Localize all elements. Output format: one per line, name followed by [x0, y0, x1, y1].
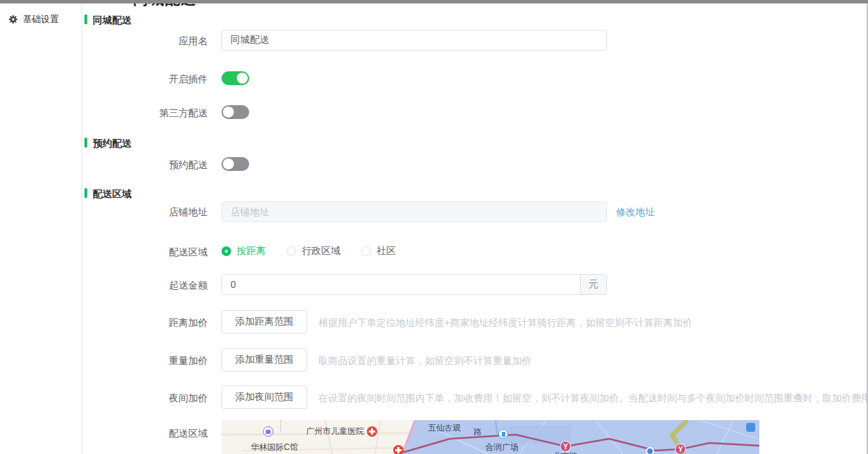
radio-community[interactable]: 社区 [361, 245, 396, 257]
app-name-label: 应用名 [104, 35, 208, 48]
map-dashed-road [280, 420, 281, 432]
add-distance-range-button[interactable]: 添加距离范围 [221, 310, 307, 334]
radio-label: 社区 [377, 245, 396, 257]
plugin-label: 开启插件 [104, 73, 208, 86]
add-night-range-button[interactable]: 添加夜间范围 [221, 385, 307, 409]
distance-fee-hint: 根据用户下单定位地址经纬度+商家地址经纬度计算骑行距离，如留空则不计算距离加价 [318, 317, 867, 329]
map-road-label: 北京路 [553, 451, 578, 454]
radio-label: 行政区域 [302, 245, 341, 257]
toggle-knob [223, 107, 234, 118]
sidebar-item-basic-settings[interactable]: 基础设置 [0, 3, 81, 26]
modify-address-link[interactable]: 修改地址 [616, 206, 655, 219]
area-type-label: 配送区域 [104, 246, 208, 259]
radio-admin-region[interactable]: 行政区域 [287, 245, 341, 257]
page-title-clip: 同城配送 [133, 3, 230, 6]
settings-page: 同城配送 基础设置 同城配送 应用名 开启插件 第三方配送 预约配送 预约配送 … [0, 0, 868, 454]
plaza-poi-icon [498, 429, 508, 439]
weight-fee-hint: 取商品设置的重量计算，如留空则不计算重量加价 [318, 355, 867, 367]
address-label: 店铺地址 [104, 206, 208, 219]
toggle-knob [237, 73, 248, 84]
poi-dot-icon [646, 447, 654, 454]
night-fee-label: 夜间加价 [104, 392, 208, 405]
map-poi-label: 合润广场 [485, 442, 518, 453]
section-title-delivery-area: 配送区域 [93, 188, 132, 201]
metro-station-icon: Y [675, 444, 686, 454]
poi-square-icon [746, 423, 755, 432]
reserve-toggle[interactable] [221, 157, 249, 171]
map-poi-label: 五仙古观 [428, 422, 461, 434]
radio-dot-icon [221, 246, 231, 256]
add-weight-range-button[interactable]: 添加重量范围 [221, 348, 307, 372]
distance-fee-label: 距离加价 [104, 317, 208, 329]
section-title-reserve-delivery: 预约配送 [93, 138, 132, 150]
sidebar-item-label: 基础设置 [23, 13, 59, 26]
weight-fee-label: 重量加价 [104, 355, 208, 367]
section-accent-bar [84, 188, 87, 198]
page-title: 同城配送 [133, 3, 230, 6]
map-area-label: 配送区域 [104, 428, 208, 440]
min-amount-group: 元 [221, 274, 607, 295]
mall-poi-icon [263, 426, 273, 437]
radio-dot-icon [361, 246, 371, 256]
reserve-label: 预约配送 [104, 159, 208, 172]
plugin-toggle[interactable] [221, 71, 249, 85]
map-road-label: 路 [473, 426, 482, 438]
app-name-input[interactable] [221, 30, 607, 51]
hospital-cross-icon [393, 445, 404, 454]
min-amount-input[interactable] [222, 275, 580, 294]
section-accent-bar [84, 15, 87, 24]
section-title-city-delivery: 同城配送 [93, 15, 132, 27]
night-fee-hint: 在设置的夜间时间范围内下单，加收费用！如留空，则不计算夜间加价。当配送时间与多个… [318, 392, 867, 405]
section-accent-bar [84, 138, 87, 147]
area-type-radio-group: 按距离 行政区域 社区 [221, 245, 417, 257]
top-bar [0, 0, 868, 3]
third-party-toggle[interactable] [221, 105, 249, 119]
map-poi-label: 华林国际C馆 [251, 442, 298, 453]
third-party-label: 第三方配送 [104, 107, 208, 120]
toggle-knob [223, 158, 234, 170]
gear-icon [8, 15, 18, 24]
address-input [221, 201, 607, 222]
delivery-area-map[interactable]: 华林国际C馆 广州市儿童医院 五仙古观 路 合润广场 Y 北京路 Y [221, 420, 759, 454]
radio-dot-icon [287, 246, 296, 256]
radio-by-distance[interactable]: 按距离 [221, 245, 266, 257]
sidebar: 基础设置 [0, 3, 82, 454]
map-poi-label: 广州市儿童医院 [306, 426, 364, 437]
radio-label: 按距离 [237, 245, 266, 257]
min-amount-label: 起送金额 [104, 280, 208, 292]
unit-suffix: 元 [580, 275, 606, 294]
hospital-cross-icon [367, 426, 377, 437]
